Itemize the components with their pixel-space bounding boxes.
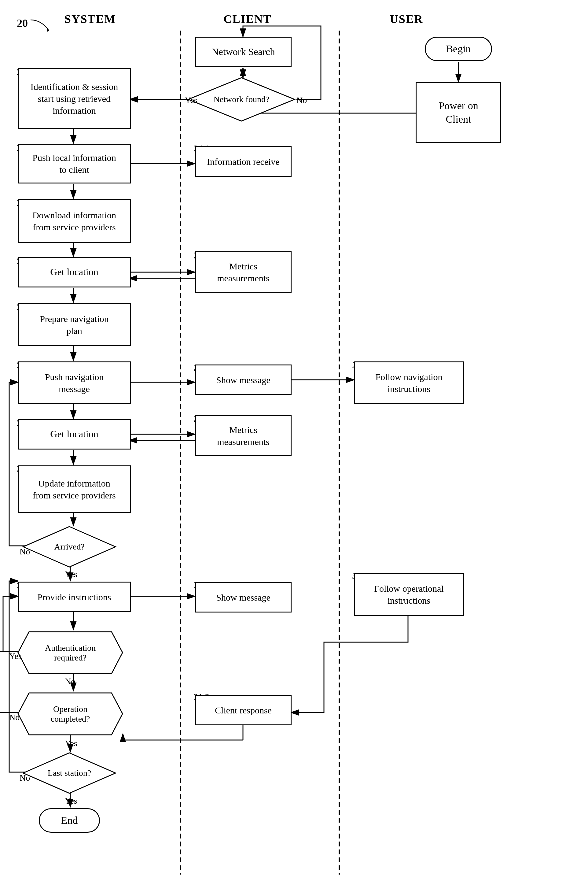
- provide-instructions: Provide instructions: [18, 582, 131, 612]
- op-no-label: No: [9, 712, 20, 722]
- op-yes-label: Yes: [65, 739, 77, 748]
- auth-no-label: No: [65, 676, 75, 686]
- push-local: Push local informationto client: [18, 144, 131, 183]
- last-station-yes-label: Yes: [65, 796, 77, 806]
- col-header-system: SYSTEM: [24, 12, 156, 26]
- network-found-no-label: No: [297, 95, 307, 105]
- arrived-no-label: No: [20, 547, 30, 557]
- show-msg-31: Show message: [195, 582, 291, 613]
- update-info: Update informationfrom service providers: [18, 466, 131, 513]
- info-receive: Information receive: [195, 146, 291, 177]
- arrived: Arrived?: [22, 526, 117, 568]
- download-info: Download informationfrom service provide…: [18, 199, 131, 243]
- network-found-yes-label: Yes: [185, 95, 197, 105]
- metrics-29: Metricsmeasurements: [195, 415, 291, 456]
- auth-yes-label: Yes: [9, 651, 22, 661]
- client-response: Client response: [195, 695, 291, 725]
- last-station: Last station?: [22, 752, 117, 794]
- op-completed: Operationcompleted?: [17, 692, 124, 736]
- show-msg-28: Show message: [195, 365, 291, 395]
- metrics-26: Metricsmeasurements: [195, 251, 291, 293]
- diagram-container: 20 SYSTEM CLIENT USER Begin 21 Power onC…: [0, 0, 588, 892]
- get-location-26: Get location: [18, 257, 131, 287]
- arrived-yes-label: Yes: [65, 569, 77, 579]
- col-header-client: CLIENT: [186, 12, 309, 26]
- push-nav-msg: Push navigationmessage: [18, 362, 131, 404]
- follow-ops: Follow operationalinstructions: [354, 573, 464, 616]
- id-session: Identification & sessionstart using retr…: [18, 68, 131, 129]
- auth-required: Authenticationrequired?: [17, 631, 124, 675]
- network-search: Network Search: [195, 37, 291, 67]
- end-node: End: [39, 808, 100, 833]
- power-on-client: Power onClient: [416, 82, 501, 143]
- begin-node: Begin: [425, 37, 492, 61]
- follow-nav: Follow navigationinstructions: [354, 362, 464, 404]
- col-header-user: USER: [345, 12, 468, 26]
- prepare-nav: Prepare navigationplan: [18, 303, 131, 346]
- get-location-29: Get location: [18, 419, 131, 449]
- last-station-no-label: No: [20, 773, 30, 783]
- network-found: Network found?: [187, 77, 296, 122]
